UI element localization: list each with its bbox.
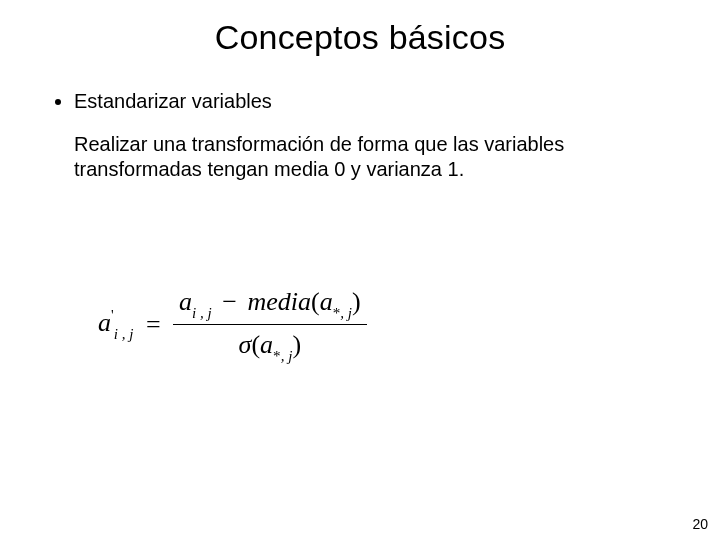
lhs-a: a	[98, 308, 111, 337]
num-a-sub: i , j	[192, 305, 212, 321]
num-lparen: (	[311, 287, 320, 316]
bullet-list: Estandarizar variables	[48, 89, 672, 114]
fraction-denominator: σ(a*, j)	[173, 325, 367, 363]
page-number: 20	[692, 516, 708, 532]
media-func: media	[247, 287, 311, 316]
num-arg-a: a	[320, 287, 333, 316]
standardization-formula: a'i , j = ai , j − media(a*, j) σ(a*, j)	[98, 286, 367, 364]
den-lparen: (	[251, 330, 260, 359]
lhs-subscript: i , j	[114, 326, 134, 342]
minus-sign: −	[218, 287, 241, 316]
fraction-numerator: ai , j − media(a*, j)	[173, 286, 367, 325]
bullet-description: Realizar una transformación de forma que…	[74, 132, 634, 182]
formula-lhs: a'i , j	[98, 308, 133, 341]
sigma: σ	[239, 330, 252, 359]
num-arg-sub: *, j	[333, 305, 352, 321]
den-arg-sub: *, j	[273, 348, 292, 364]
formula-fraction: ai , j − media(a*, j) σ(a*, j)	[173, 286, 367, 364]
num-a: a	[179, 287, 192, 316]
slide-body: Estandarizar variables Realizar una tran…	[0, 57, 720, 182]
lhs-prime: '	[111, 307, 114, 323]
slide: Conceptos básicos Estandarizar variables…	[0, 0, 720, 540]
bullet-item: Estandarizar variables	[74, 89, 672, 114]
equals-sign: =	[140, 310, 167, 340]
den-rparen: )	[292, 330, 301, 359]
den-arg-a: a	[260, 330, 273, 359]
slide-title: Conceptos básicos	[0, 0, 720, 57]
num-rparen: )	[352, 287, 361, 316]
